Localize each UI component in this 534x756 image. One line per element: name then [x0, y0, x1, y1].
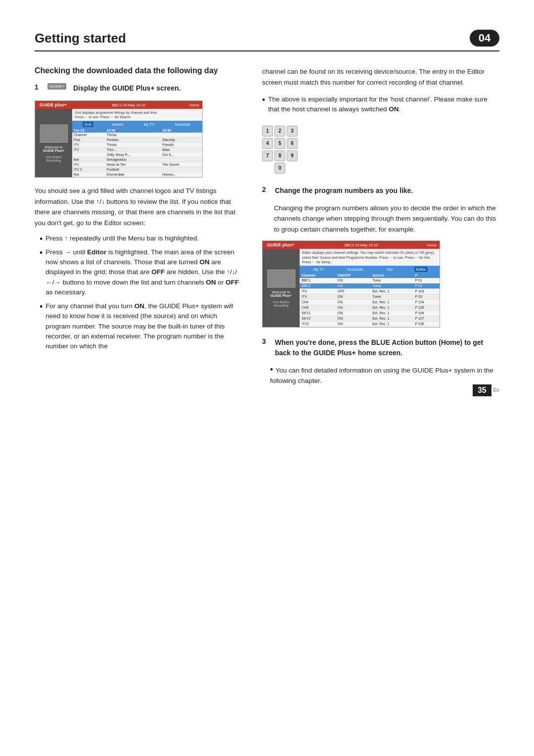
table-row: CH5ONExt. Rec. 1P 105	[300, 305, 440, 310]
td: OFF	[336, 288, 370, 294]
th-p: P	[413, 273, 440, 278]
screen-logo-2: GUIDE plus+	[266, 242, 296, 248]
td: SKY2	[300, 316, 336, 321]
step-2-bold: Change the program numbers as you like.	[275, 187, 413, 194]
right-bullet-text-1: The above is especially important for th…	[268, 94, 499, 115]
bullet-text-3: For any channel that you turn ON, the GU…	[45, 301, 242, 351]
screen-brand-1: GUIDE Plus+	[43, 149, 64, 152]
td: The Secret	[161, 162, 202, 167]
screen-body-2: Welcome to GUIDE Plus+ One-Button Record…	[263, 249, 440, 327]
td: ITV	[72, 147, 105, 152]
screen-sub-label1-1: One-Button	[45, 155, 62, 159]
screen-sub-label2-1: Recording	[46, 159, 61, 162]
right-body-text-1: channel can be found on its receiving de…	[262, 66, 499, 88]
td: P 226	[413, 321, 440, 327]
td: CH4	[300, 299, 336, 305]
step-2-body: Changing the program numbers allows you …	[274, 203, 499, 235]
page-container: Getting started 04 Checking the download…	[0, 0, 534, 416]
td: CH5	[300, 305, 336, 310]
td	[161, 167, 202, 172]
screen-table-2: Channel ON/OFF Source P BBC1ONTunerP 01 …	[300, 273, 440, 327]
td: ON	[336, 299, 370, 305]
td: Fimbles	[105, 138, 161, 142]
td: Ext. Rec. 1	[370, 288, 413, 294]
table-row: CH4ONExt. Rec. 1P 104	[300, 299, 440, 305]
key-5: 5	[274, 138, 285, 149]
td: Five	[72, 138, 105, 142]
screen-left-panel-2: Welcome to GUIDE Plus+ One-Button Record…	[263, 249, 300, 327]
td	[161, 133, 202, 138]
th-onoff: ON/OFF	[336, 273, 370, 278]
td: ON	[336, 305, 370, 310]
screen-top-info-1: BBC2 25-May 10:10	[112, 103, 146, 107]
screen-sub-1: One-Button Recording	[45, 155, 62, 162]
screen-sub-label1-2: One-Button	[273, 300, 289, 304]
step-number-1: 1	[35, 83, 43, 91]
td: P 103	[413, 288, 440, 294]
td: ITV	[300, 288, 336, 294]
screen-welcome-text-1: Welcome to	[44, 145, 63, 149]
td: Ext. Rec. 1	[370, 305, 413, 310]
td: P 107	[413, 316, 440, 321]
th-ch: Channel	[300, 273, 336, 278]
page-lang: En	[493, 387, 499, 393]
td: Ext. Rec. 1	[370, 321, 413, 327]
td: Tuner	[370, 278, 413, 284]
table-row: ITV2ONExt. Rec. 1P 226	[300, 321, 440, 327]
nav-search: Search	[110, 122, 126, 127]
bullet-text-2: Press → until Editor is highlighted. The…	[45, 247, 242, 297]
body-text-left: You should see a grid filled with channe…	[35, 186, 242, 228]
step-3-row: 3 When you're done, press the BLUE Actio…	[262, 337, 499, 358]
td: ITV2	[300, 321, 336, 327]
chapter-number: 04	[470, 30, 499, 47]
td: five	[72, 157, 105, 162]
screen-thumbnail-2	[267, 269, 296, 288]
screen-table-1: Tue 25 10:00 10:30 ChannelThrisa FiveFim…	[72, 128, 202, 177]
td: BBC1	[300, 278, 336, 284]
td: ITV	[72, 142, 105, 147]
td: Tuner	[370, 294, 413, 299]
screen-top-bar-1: GUIDE plus+ BBC2 25-May 10:10 Home	[35, 101, 202, 109]
screen-nav-2: My TV Schedule Info Editor	[300, 266, 440, 273]
bullet-item-3: • For any channel that you turn ON, the …	[40, 301, 242, 351]
td: BBC2	[300, 283, 336, 288]
step-3-text: When you're done, press the BLUE Action …	[275, 337, 499, 358]
key-1: 1	[262, 126, 273, 137]
table-row: ITV 2Football	[72, 167, 202, 172]
nav-grid: Grid	[83, 122, 93, 127]
td: ON	[336, 321, 370, 327]
step-3-bullet: • You can find detailed information on u…	[270, 365, 499, 386]
td: ITV 2	[72, 167, 105, 172]
guide-plus-icon: GUIDE+	[47, 83, 66, 90]
td: Thrisa	[105, 133, 161, 138]
bullet-dot-2: •	[40, 248, 43, 257]
td	[72, 152, 105, 157]
table-row: ITVOFFExt. Rec. 1P 103	[300, 288, 440, 294]
key-7: 7	[262, 150, 273, 161]
td: ON	[336, 310, 370, 316]
table-row: Sally Jessy R...Our b...	[72, 152, 202, 157]
screen-brand-2: GUIDE Plus+	[270, 294, 292, 297]
step-2-text: Change the program numbers as you like.	[275, 186, 413, 196]
table-row: BBC1ONTunerP 01	[300, 278, 440, 284]
step-3-bullet-dot: •	[270, 365, 275, 375]
col-right: channel can be found on its receiving de…	[262, 66, 499, 386]
screen-sub-label2-2: Recording	[274, 304, 289, 307]
td: This...	[105, 147, 161, 152]
section-title: Checking the downloaded data the followi…	[35, 66, 242, 75]
screen-nav-1: Grid Search My TV Schedule	[72, 121, 202, 128]
screen-right-panel-1: Grid displays programme listings by chan…	[72, 109, 202, 177]
bullet-list-left: • Press ↑ repeatedly until the Menu bar …	[40, 234, 242, 352]
screen-mockup-1: GUIDE plus+ BBC2 25-May 10:10 Home Welco…	[35, 100, 203, 178]
key-0: 0	[274, 163, 285, 174]
table-row: ITVThis...Alias	[72, 147, 202, 152]
table-row: SKY1ONExt. Rec. 1P 106	[300, 310, 440, 316]
screen-right-panel-2: Editor displays your channel settings. Y…	[300, 249, 440, 327]
th-source: Source	[370, 273, 413, 278]
td: Ext. Rec. 1	[370, 316, 413, 321]
nav-mytv: My TV	[142, 122, 157, 127]
td: Emmerdale	[105, 172, 161, 177]
screen-welcome-text-2: Welcome to	[272, 290, 290, 294]
key-3: 3	[287, 126, 298, 137]
th-date: Tue 25	[72, 128, 105, 133]
